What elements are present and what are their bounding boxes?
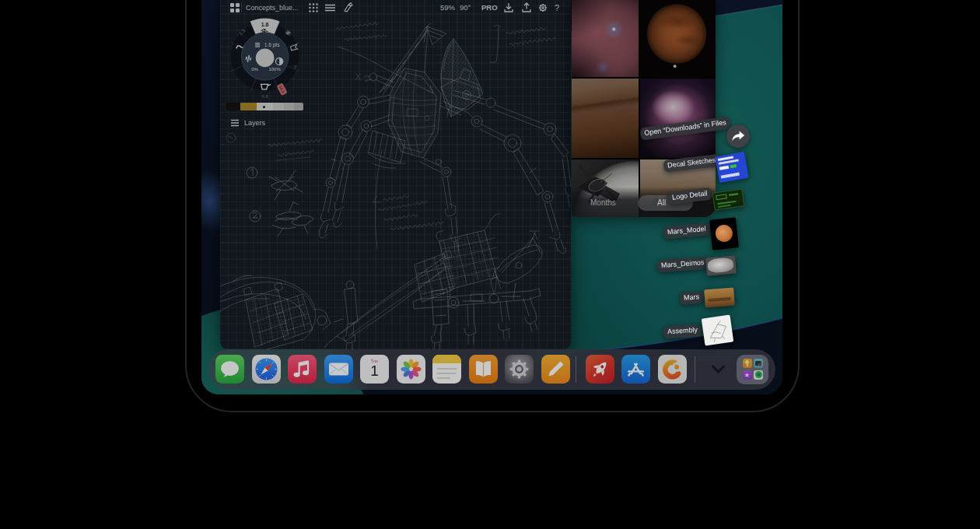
svg-text:1.6 pts: 1.6 pts bbox=[264, 42, 280, 48]
svg-text:1.6: 1.6 bbox=[261, 22, 269, 27]
svg-text:6.8: 6.8 bbox=[261, 94, 268, 99]
svg-text:100%: 100% bbox=[268, 67, 281, 72]
svg-text:0%: 0% bbox=[251, 67, 258, 72]
